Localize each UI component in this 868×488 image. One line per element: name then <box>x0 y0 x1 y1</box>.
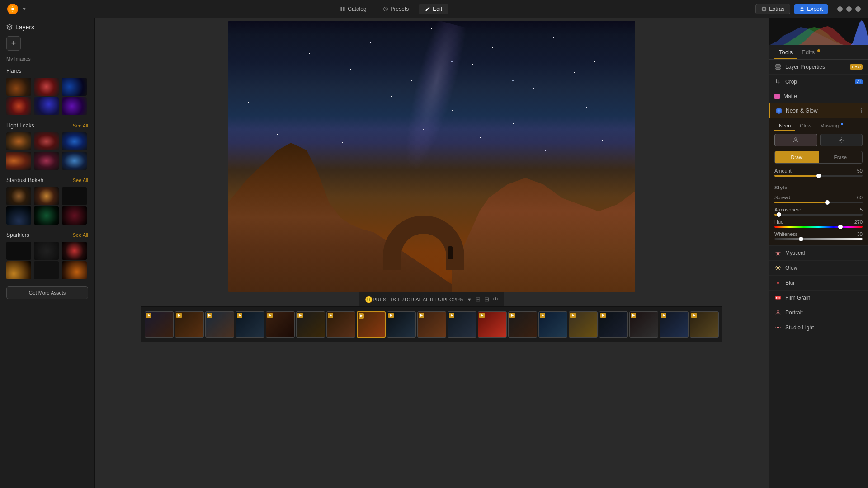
smiley-icon[interactable]: 🙂 <box>365 296 373 303</box>
presets-btn[interactable]: Presets <box>377 4 415 14</box>
film-thumb-icon-1: ▶ <box>146 313 151 318</box>
spread-header: Spread 60 <box>774 195 863 200</box>
ll-thumb-4[interactable] <box>6 152 31 170</box>
close-btn[interactable] <box>855 6 861 12</box>
panel-item-crop[interactable]: Crop AI <box>769 75 868 89</box>
hue-slider[interactable] <box>774 226 863 228</box>
catalog-btn[interactable]: Catalog <box>334 4 373 14</box>
spread-slider[interactable] <box>774 202 863 203</box>
panel-item-portrait[interactable]: Portrait <box>769 305 868 320</box>
sb-thumb-4[interactable] <box>6 206 31 225</box>
panel-item-film-grain[interactable]: Film Grain <box>769 291 868 305</box>
add-layer-btn[interactable]: + <box>6 36 21 51</box>
maximize-btn[interactable] <box>846 6 852 12</box>
export-btn[interactable]: Export <box>794 4 828 14</box>
film-thumb-9[interactable]: ▶ <box>387 311 416 338</box>
panel-item-mystical[interactable]: Mystical <box>769 246 868 261</box>
hue-value: 270 <box>854 219 863 225</box>
film-thumb-17[interactable]: ▶ <box>629 311 658 338</box>
film-thumb-16[interactable]: ▶ <box>599 311 628 338</box>
sb-thumb-2[interactable] <box>34 187 59 205</box>
sp-thumb-5[interactable] <box>34 261 59 279</box>
erase-btn[interactable]: Erase <box>819 151 863 163</box>
panel-item-studio-light[interactable]: Studio Light <box>769 320 868 335</box>
film-thumb-15[interactable]: ▶ <box>569 311 598 338</box>
svg-point-26 <box>777 310 779 313</box>
film-thumb-6[interactable]: ▶ <box>296 311 325 338</box>
ll-thumb-1[interactable] <box>6 132 31 150</box>
canvas-area: 🙂 PRESETS TUTORIAL AFTER.JPEG 29% ▼ ⊞ ⊟ … <box>95 18 769 488</box>
sp-thumb-1[interactable] <box>6 242 31 260</box>
amount-slider[interactable] <box>774 175 863 177</box>
ll-thumb-2[interactable] <box>34 132 59 150</box>
edit-btn[interactable]: Edit <box>419 4 448 14</box>
stardust-see-all[interactable]: See All <box>73 178 88 183</box>
mask-btn-person[interactable] <box>774 134 817 146</box>
panel-item-blur[interactable]: Blur <box>769 276 868 291</box>
sb-thumb-3[interactable] <box>62 187 87 205</box>
minimize-btn[interactable] <box>837 6 843 12</box>
film-thumb-8[interactable]: ▶ <box>357 311 386 338</box>
film-thumb-3[interactable]: ▶ <box>205 311 234 338</box>
canvas-image[interactable] <box>228 21 635 292</box>
neon-glow-info-icon[interactable]: ℹ <box>860 107 863 114</box>
film-thumb-4[interactable]: ▶ <box>236 311 264 338</box>
sparklers-see-all[interactable]: See All <box>73 232 88 238</box>
tab-tools[interactable]: Tools <box>774 45 797 59</box>
tab-edits[interactable]: Edits <box>797 45 825 59</box>
sb-thumb-5[interactable] <box>34 206 59 225</box>
neon-tab-glow[interactable]: Glow <box>795 121 816 131</box>
film-thumb-14[interactable]: ▶ <box>538 311 567 338</box>
sp-thumb-3[interactable] <box>62 242 87 260</box>
amount-thumb[interactable] <box>816 174 821 178</box>
draw-btn[interactable]: Draw <box>775 151 819 163</box>
flare-thumb-4[interactable] <box>6 97 31 115</box>
film-thumb-13[interactable]: ▶ <box>508 311 537 338</box>
neon-tab-masking[interactable]: Masking <box>816 121 848 131</box>
flare-thumb-6[interactable] <box>62 97 87 115</box>
spread-thumb[interactable] <box>825 200 830 205</box>
film-thumb-19[interactable]: ▶ <box>690 311 719 338</box>
extras-btn[interactable]: Extras <box>755 4 790 14</box>
atmosphere-header: Atmosphere 5 <box>774 207 863 212</box>
whiteness-thumb[interactable] <box>799 237 803 241</box>
flare-thumb-3[interactable] <box>62 78 87 96</box>
atmosphere-slider[interactable] <box>774 214 863 216</box>
atmosphere-thumb[interactable] <box>777 212 781 217</box>
film-thumb-2[interactable]: ▶ <box>175 311 204 338</box>
film-thumb-18[interactable]: ▶ <box>660 311 689 338</box>
sb-thumb-6[interactable] <box>62 206 87 225</box>
flare-thumb-2[interactable] <box>34 78 59 96</box>
light-leaks-see-all[interactable]: See All <box>73 123 88 128</box>
panel-item-layer-properties[interactable]: Layer Properties PRO <box>769 60 868 75</box>
panel-item-glow[interactable]: Glow <box>769 261 868 276</box>
film-thumb-1[interactable]: ▶ <box>145 311 174 338</box>
film-thumb-7[interactable]: ▶ <box>326 311 355 338</box>
dropdown-arrow[interactable]: ▼ <box>22 6 27 12</box>
panel-item-matte[interactable]: Matte <box>769 89 868 103</box>
film-thumb-11[interactable]: ▶ <box>448 311 476 338</box>
film-thumb-10[interactable]: ▶ <box>417 311 446 338</box>
sb-thumb-1[interactable] <box>6 187 31 205</box>
film-thumb-icon-7: ▶ <box>328 313 333 318</box>
neon-tab-neon[interactable]: Neon <box>774 121 795 131</box>
ll-thumb-6[interactable] <box>62 152 87 170</box>
mask-btn-settings[interactable] <box>820 134 863 146</box>
whiteness-slider[interactable] <box>774 238 863 240</box>
get-more-assets-btn[interactable]: Get More Assets <box>6 286 88 299</box>
sp-thumb-6[interactable] <box>62 261 87 279</box>
panel-item-neon-glow[interactable]: Neon & Glow ℹ <box>769 103 868 118</box>
ll-thumb-3[interactable] <box>62 132 87 150</box>
hue-thumb[interactable] <box>838 225 843 229</box>
view-toggle-icon[interactable]: 👁 <box>493 296 499 303</box>
view-split-icon[interactable]: ⊟ <box>484 296 489 303</box>
sp-thumb-4[interactable] <box>6 261 31 279</box>
view-fit-icon[interactable]: ⊞ <box>476 296 481 303</box>
zoom-dropdown[interactable]: ▼ <box>467 297 472 302</box>
film-thumb-5[interactable]: ▶ <box>266 311 295 338</box>
film-thumb-12[interactable]: ▶ <box>478 311 507 338</box>
flare-thumb-5[interactable] <box>34 97 59 115</box>
flare-thumb-1[interactable] <box>6 78 31 96</box>
ll-thumb-5[interactable] <box>34 152 59 170</box>
sp-thumb-2[interactable] <box>34 242 59 260</box>
